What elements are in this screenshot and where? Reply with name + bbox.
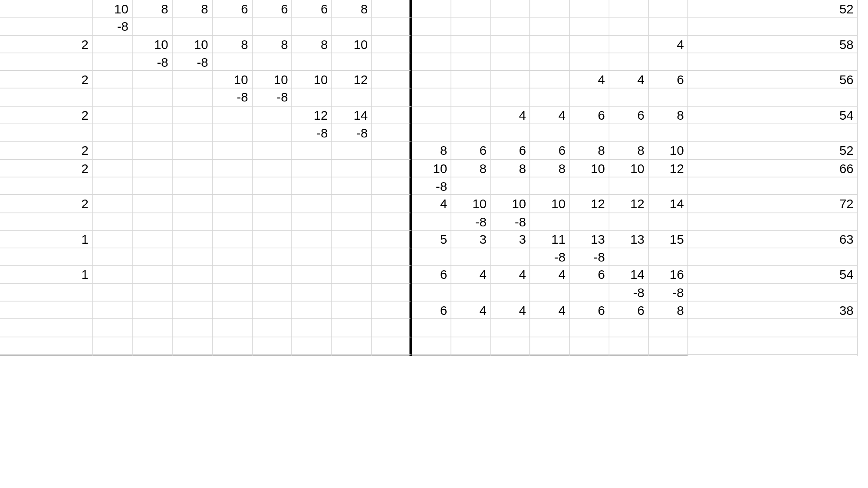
cell-r10-c4[interactable] <box>212 177 252 195</box>
cell-r20-c8[interactable] <box>372 355 412 356</box>
cell-r6-c7[interactable]: 14 <box>332 106 372 124</box>
cell-r2-c7[interactable]: 10 <box>332 36 372 53</box>
cell-r5-c14[interactable] <box>609 88 649 106</box>
cell-r17-c5[interactable] <box>252 301 292 319</box>
cell-r1-c9[interactable] <box>412 18 451 36</box>
cell-r9-c0[interactable]: 2 <box>0 160 93 177</box>
cell-r10-c16[interactable] <box>688 177 858 195</box>
cell-r10-c10[interactable] <box>451 177 491 195</box>
cell-r10-c2[interactable] <box>132 177 172 195</box>
cell-r13-c10[interactable]: 3 <box>451 231 491 249</box>
cell-r10-c3[interactable] <box>172 177 212 195</box>
cell-r17-c3[interactable] <box>172 301 212 319</box>
cell-r2-c13[interactable] <box>570 36 609 53</box>
cell-r13-c4[interactable] <box>212 231 252 249</box>
cell-r12-c7[interactable] <box>332 213 372 231</box>
cell-r16-c11[interactable] <box>491 284 530 301</box>
cell-r5-c4[interactable]: -8 <box>212 88 252 106</box>
cell-r12-c12[interactable] <box>530 213 570 231</box>
cell-r18-c3[interactable] <box>172 319 212 337</box>
cell-r18-c2[interactable] <box>132 319 172 337</box>
cell-r18-c0[interactable] <box>0 319 93 337</box>
cell-r8-c1[interactable] <box>93 142 133 160</box>
cell-r4-c16[interactable]: 56 <box>688 71 858 89</box>
cell-r0-c2[interactable]: 8 <box>132 0 172 18</box>
cell-r5-c6[interactable] <box>292 88 332 106</box>
cell-r11-c9[interactable]: 4 <box>412 195 451 213</box>
cell-r2-c4[interactable]: 8 <box>212 36 252 53</box>
cell-r16-c4[interactable] <box>212 284 252 301</box>
cell-r19-c7[interactable] <box>332 337 372 355</box>
cell-r5-c3[interactable] <box>172 88 212 106</box>
cell-r0-c9[interactable] <box>412 0 451 18</box>
cell-r10-c14[interactable] <box>609 177 649 195</box>
cell-r15-c12[interactable]: 4 <box>530 266 570 284</box>
cell-r17-c4[interactable] <box>212 301 252 319</box>
cell-r11-c3[interactable] <box>172 195 212 213</box>
cell-r2-c12[interactable] <box>530 36 570 53</box>
cell-r7-c1[interactable] <box>93 124 133 142</box>
cell-r18-c16[interactable] <box>688 319 858 337</box>
cell-r2-c6[interactable]: 8 <box>292 36 332 53</box>
cell-r7-c8[interactable] <box>372 124 412 142</box>
cell-r2-c11[interactable] <box>491 36 530 53</box>
cell-r13-c1[interactable] <box>93 231 133 249</box>
cell-r11-c2[interactable] <box>132 195 172 213</box>
cell-r11-c5[interactable] <box>252 195 292 213</box>
cell-r15-c3[interactable] <box>172 266 212 284</box>
cell-r16-c3[interactable] <box>172 284 212 301</box>
cell-r11-c7[interactable] <box>332 195 372 213</box>
cell-r10-c13[interactable] <box>570 177 609 195</box>
cell-r6-c12[interactable]: 4 <box>530 106 570 124</box>
cell-r1-c5[interactable] <box>252 18 292 36</box>
cell-r17-c10[interactable]: 4 <box>451 301 491 319</box>
cell-r17-c7[interactable] <box>332 301 372 319</box>
cell-r8-c8[interactable] <box>372 142 412 160</box>
cell-r13-c2[interactable] <box>132 231 172 249</box>
cell-r6-c14[interactable]: 6 <box>609 106 649 124</box>
cell-r19-c12[interactable] <box>530 337 570 355</box>
cell-r17-c15[interactable]: 8 <box>649 301 688 319</box>
cell-r18-c11[interactable] <box>491 319 530 337</box>
cell-r1-c12[interactable] <box>530 18 570 36</box>
cell-r5-c10[interactable] <box>451 88 491 106</box>
cell-r17-c0[interactable] <box>0 301 93 319</box>
cell-r16-c6[interactable] <box>292 284 332 301</box>
cell-r3-c14[interactable] <box>609 53 649 71</box>
cell-r2-c1[interactable] <box>93 36 133 53</box>
cell-r2-c16[interactable]: 58 <box>688 36 858 53</box>
cell-r11-c6[interactable] <box>292 195 332 213</box>
cell-r7-c16[interactable] <box>688 124 858 142</box>
cell-r5-c16[interactable] <box>688 88 858 106</box>
cell-r15-c4[interactable] <box>212 266 252 284</box>
cell-r14-c5[interactable] <box>252 248 292 266</box>
cell-r13-c12[interactable]: 11 <box>530 231 570 249</box>
cell-r8-c9[interactable]: 8 <box>412 142 451 160</box>
cell-r13-c9[interactable]: 5 <box>412 231 451 249</box>
cell-r18-c5[interactable] <box>252 319 292 337</box>
cell-r4-c8[interactable] <box>372 71 412 89</box>
cell-r17-c16[interactable]: 38 <box>688 301 858 319</box>
cell-r19-c10[interactable] <box>451 337 491 355</box>
cell-r9-c8[interactable] <box>372 160 412 177</box>
cell-r19-c0[interactable] <box>0 337 93 355</box>
cell-r14-c4[interactable] <box>212 248 252 266</box>
cell-r14-c0[interactable] <box>0 248 93 266</box>
cell-r15-c8[interactable] <box>372 266 412 284</box>
cell-r0-c12[interactable] <box>530 0 570 18</box>
cell-r14-c2[interactable] <box>132 248 172 266</box>
cell-r2-c15[interactable]: 4 <box>649 36 688 53</box>
cell-r3-c6[interactable] <box>292 53 332 71</box>
cell-r12-c15[interactable] <box>649 213 688 231</box>
cell-r0-c15[interactable] <box>649 0 688 18</box>
cell-r20-c4[interactable] <box>212 355 252 356</box>
cell-r11-c16[interactable]: 72 <box>688 195 858 213</box>
cell-r14-c6[interactable] <box>292 248 332 266</box>
cell-r14-c10[interactable] <box>451 248 491 266</box>
cell-r10-c1[interactable] <box>93 177 133 195</box>
cell-r2-c10[interactable] <box>451 36 491 53</box>
cell-r15-c13[interactable]: 6 <box>570 266 609 284</box>
cell-r3-c16[interactable] <box>688 53 858 71</box>
cell-r16-c15[interactable]: -8 <box>649 284 688 301</box>
cell-r5-c11[interactable] <box>491 88 530 106</box>
